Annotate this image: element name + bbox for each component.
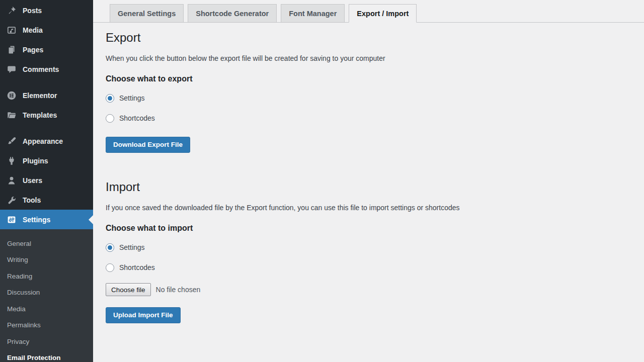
submenu-item-discussion[interactable]: Discussion bbox=[0, 285, 93, 301]
sidebar-item-comments[interactable]: Comments bbox=[0, 59, 93, 79]
upload-import-file-button[interactable]: Upload Import File bbox=[106, 307, 181, 323]
sidebar-item-posts[interactable]: Posts bbox=[0, 1, 93, 20]
submenu-item-reading[interactable]: Reading bbox=[0, 268, 93, 285]
radio-export-shortcodes[interactable] bbox=[106, 114, 114, 123]
sidebar-item-templates[interactable]: Templates bbox=[0, 105, 93, 125]
export-section: Export When you click the button below t… bbox=[106, 31, 644, 153]
sidebar-item-label: Comments bbox=[23, 65, 59, 73]
tab-shortcode-generator[interactable]: Shortcode Generator bbox=[188, 4, 277, 22]
import-option-settings: Settings bbox=[106, 242, 644, 253]
sidebar-item-label: Appearance bbox=[23, 137, 63, 145]
tab-label: General Settings bbox=[118, 10, 176, 18]
tab-bar: General Settings Shortcode Generator Fon… bbox=[93, 0, 644, 23]
sidebar-item-label: Pages bbox=[23, 46, 43, 54]
sidebar-item-label: Plugins bbox=[23, 157, 48, 165]
admin-sidebar: Posts Media Pages Comments Element bbox=[0, 0, 93, 362]
sidebar-item-label: Elementor bbox=[23, 92, 57, 100]
submenu-item-permalinks[interactable]: Permalinks bbox=[0, 317, 93, 334]
sidebar-item-label: Posts bbox=[23, 7, 42, 15]
submenu-item-general[interactable]: General bbox=[0, 235, 93, 252]
wrench-icon bbox=[7, 195, 17, 205]
pages-icon bbox=[7, 45, 17, 55]
radio-label[interactable]: Shortcodes bbox=[119, 263, 155, 272]
submenu-label: Writing bbox=[7, 256, 28, 263]
download-export-file-button[interactable]: Download Export File bbox=[106, 137, 190, 153]
submenu-item-media[interactable]: Media bbox=[0, 301, 93, 317]
active-menu-arrow bbox=[89, 215, 93, 224]
settings-submenu: General Writing Reading Discussion Media… bbox=[0, 229, 93, 362]
admin-menu: Posts Media Pages Comments Element bbox=[0, 0, 93, 229]
sidebar-item-label: Templates bbox=[23, 111, 57, 119]
export-title: Export bbox=[106, 31, 644, 45]
user-icon bbox=[7, 175, 17, 186]
submenu-label: Permalinks bbox=[7, 321, 41, 329]
export-subheading: Choose what to export bbox=[106, 74, 644, 83]
submenu-item-privacy[interactable]: Privacy bbox=[0, 333, 93, 350]
submenu-label: Email Protection bbox=[7, 354, 61, 361]
import-subheading: Choose what to import bbox=[106, 224, 644, 233]
radio-label[interactable]: Shortcodes bbox=[119, 114, 155, 122]
submenu-item-writing[interactable]: Writing bbox=[0, 252, 93, 268]
import-section: Import If you once saved the downloaded … bbox=[106, 180, 644, 323]
sidebar-item-appearance[interactable]: Appearance bbox=[0, 131, 93, 151]
settings-sliders-icon bbox=[7, 215, 17, 225]
tab-general-settings[interactable]: General Settings bbox=[110, 4, 184, 22]
submenu-label: Reading bbox=[7, 273, 32, 280]
plug-icon bbox=[7, 156, 17, 166]
sidebar-item-label: Users bbox=[23, 176, 42, 185]
tab-label: Export / Import bbox=[357, 10, 409, 18]
tab-font-manager[interactable]: Font Manager bbox=[281, 4, 345, 22]
radio-export-settings[interactable] bbox=[106, 94, 114, 103]
export-import-panel: Export When you click the button below t… bbox=[93, 31, 644, 323]
import-title: Import bbox=[106, 180, 644, 194]
settings-page: General Settings Shortcode Generator Fon… bbox=[93, 0, 644, 362]
sidebar-item-label: Media bbox=[23, 26, 43, 34]
menu-separator bbox=[0, 125, 93, 131]
export-description: When you click the button below the expo… bbox=[106, 54, 644, 62]
elementor-icon bbox=[7, 90, 17, 101]
sidebar-item-plugins[interactable]: Plugins bbox=[0, 151, 93, 170]
comments-icon bbox=[7, 64, 17, 74]
paintbrush-icon bbox=[7, 136, 17, 146]
pin-icon bbox=[7, 6, 17, 16]
menu-separator bbox=[0, 79, 93, 85]
radio-label[interactable]: Settings bbox=[119, 94, 145, 102]
import-file-input: Choose file No file chosen bbox=[106, 283, 644, 296]
choose-file-button[interactable]: Choose file bbox=[106, 283, 151, 296]
sidebar-item-media[interactable]: Media bbox=[0, 20, 93, 40]
radio-import-settings[interactable] bbox=[106, 243, 114, 252]
submenu-item-email-protection[interactable]: Email Protection bbox=[0, 350, 93, 362]
submenu-label: Privacy bbox=[7, 338, 29, 345]
media-icon bbox=[7, 25, 17, 35]
sidebar-item-label: Settings bbox=[23, 216, 50, 224]
sidebar-item-label: Tools bbox=[23, 196, 41, 204]
tab-label: Shortcode Generator bbox=[196, 10, 269, 18]
sidebar-item-pages[interactable]: Pages bbox=[0, 40, 93, 59]
radio-label[interactable]: Settings bbox=[119, 243, 145, 251]
submenu-label: Discussion bbox=[7, 289, 40, 296]
sidebar-item-elementor[interactable]: Elementor bbox=[0, 85, 93, 105]
export-option-settings: Settings bbox=[106, 93, 644, 104]
sidebar-item-tools[interactable]: Tools bbox=[0, 190, 93, 210]
templates-folder-icon bbox=[7, 110, 17, 120]
sidebar-item-settings[interactable]: Settings bbox=[0, 210, 93, 229]
sidebar-item-users[interactable]: Users bbox=[0, 170, 93, 190]
export-option-shortcodes: Shortcodes bbox=[106, 113, 644, 124]
submenu-label: General bbox=[7, 240, 31, 247]
file-chosen-status: No file chosen bbox=[156, 286, 201, 294]
tab-label: Font Manager bbox=[289, 10, 337, 18]
import-option-shortcodes: Shortcodes bbox=[106, 262, 644, 273]
radio-import-shortcodes[interactable] bbox=[106, 263, 114, 272]
import-description: If you once saved the downloaded file by… bbox=[106, 204, 644, 212]
submenu-label: Media bbox=[7, 305, 26, 313]
tab-export-import[interactable]: Export / Import bbox=[349, 4, 417, 23]
